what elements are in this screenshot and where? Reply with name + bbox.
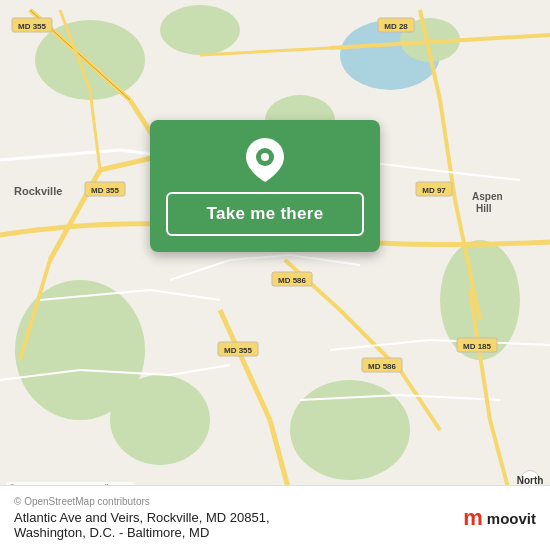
svg-text:Rockville: Rockville xyxy=(14,185,62,197)
svg-text:MD 28: MD 28 xyxy=(384,22,408,31)
location-pin-icon xyxy=(245,140,285,180)
svg-text:MD 355: MD 355 xyxy=(224,346,253,355)
svg-text:MD 355: MD 355 xyxy=(91,186,120,195)
moovit-m-letter: m xyxy=(463,505,483,531)
svg-point-6 xyxy=(110,375,210,465)
moovit-logo: m moovit xyxy=(463,505,536,531)
svg-text:MD 97: MD 97 xyxy=(422,186,446,195)
map-background: MD 355 MD 28 MD 355 MD 200 MD 355 MD 586… xyxy=(0,0,550,550)
overlay-panel: Take me there xyxy=(150,120,380,252)
bottom-bar-content: © OpenStreetMap contributors Atlantic Av… xyxy=(14,496,270,540)
svg-text:MD 185: MD 185 xyxy=(463,342,492,351)
svg-text:MD 355: MD 355 xyxy=(18,22,47,31)
svg-text:MD 586: MD 586 xyxy=(368,362,397,371)
svg-point-68 xyxy=(261,153,269,161)
bottom-bar: © OpenStreetMap contributors Atlantic Av… xyxy=(0,485,550,550)
address-text: Atlantic Ave and Veirs, Rockville, MD 20… xyxy=(14,510,270,540)
svg-text:Hill: Hill xyxy=(476,203,492,214)
take-me-there-button[interactable]: Take me there xyxy=(166,192,364,236)
map-container: MD 355 MD 28 MD 355 MD 200 MD 355 MD 586… xyxy=(0,0,550,550)
svg-text:Aspen: Aspen xyxy=(472,191,503,202)
moovit-wordmark: moovit xyxy=(487,510,536,527)
svg-text:MD 586: MD 586 xyxy=(278,276,307,285)
svg-point-2 xyxy=(160,5,240,55)
copyright-text: © OpenStreetMap contributors xyxy=(14,496,270,507)
